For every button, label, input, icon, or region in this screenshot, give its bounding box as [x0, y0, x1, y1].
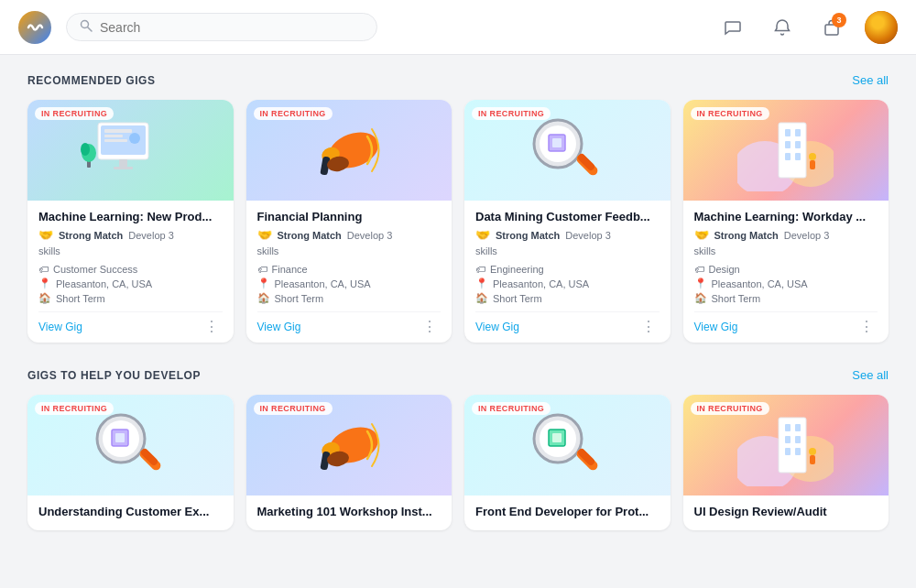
- develop-card-image-1: IN RECRUITING: [27, 395, 234, 495]
- develop-see-all[interactable]: See all: [852, 368, 889, 382]
- match-develop-4: Develop 3: [784, 230, 830, 241]
- svg-rect-28: [795, 129, 801, 136]
- tag-icon-4: 🏷: [694, 264, 704, 275]
- notifications-button[interactable]: [766, 11, 799, 44]
- skills-text-3: skills: [475, 245, 660, 256]
- card-title-4: Machine Learning: Workday ...: [694, 210, 878, 223]
- develop-card-body-4: UI Design Review/Audit: [683, 495, 889, 530]
- card-tags-4: 🏷 Design 📍 Pleasanton, CA, USA 🏠 Short T…: [694, 264, 878, 304]
- develop-card-title-2: Marketing 101 Workshop Inst...: [257, 505, 442, 518]
- develop-cards-grid: IN RECRUITING Understanding Customer Ex.…: [27, 395, 889, 530]
- card-body-4: Machine Learning: Workday ... 🤝 Strong M…: [683, 201, 889, 343]
- tag-category-4: 🏷 Design: [694, 264, 878, 275]
- card-footer-2: View Gig ⋮: [257, 311, 442, 335]
- match-develop-3: Develop 3: [565, 230, 611, 241]
- svg-rect-59: [795, 448, 801, 455]
- search-bar[interactable]: [66, 13, 377, 41]
- develop-card-title-1: Understanding Customer Ex...: [38, 505, 223, 518]
- develop-card-2: IN RECRUITING Marketing 101 Workshop Ins…: [246, 395, 453, 530]
- develop-card-body-3: Front End Developer for Prot...: [464, 495, 671, 530]
- card-footer-4: View Gig ⋮: [694, 311, 878, 335]
- skills-text-2: skills: [257, 245, 442, 256]
- bag-button[interactable]: 3: [815, 11, 848, 44]
- recruiting-badge-2: IN RECRUITING: [254, 107, 333, 120]
- nav-icons: 3: [716, 11, 898, 44]
- recruiting-badge-4: IN RECRUITING: [691, 107, 769, 120]
- svg-rect-32: [795, 153, 801, 160]
- tag-category-1: 🏷 Customer Success: [38, 264, 223, 275]
- svg-rect-48: [552, 433, 562, 442]
- recommended-section-header: RECOMMENDED GIGS See all: [27, 73, 889, 87]
- card-image-2: IN RECRUITING: [246, 100, 453, 201]
- svg-rect-6: [104, 135, 123, 137]
- duration-icon-4: 🏠: [694, 292, 707, 304]
- card-tags-3: 🏷 Engineering 📍 Pleasanton, CA, USA 🏠 Sh…: [475, 264, 660, 304]
- tag-category-2: 🏷 Finance: [257, 264, 442, 275]
- card-footer-1: View Gig ⋮: [38, 311, 223, 335]
- svg-rect-30: [795, 141, 801, 148]
- view-gig-4[interactable]: View Gig: [694, 321, 738, 333]
- card-match-1: 🤝 Strong Match Develop 3: [38, 228, 223, 242]
- match-label-4: Strong Match: [714, 230, 779, 241]
- skills-text-4: skills: [694, 245, 878, 256]
- duration-icon-3: 🏠: [475, 292, 488, 304]
- match-icon-3: 🤝: [475, 228, 490, 242]
- view-gig-1[interactable]: View Gig: [38, 321, 82, 333]
- svg-rect-58: [785, 448, 791, 455]
- develop-badge-2: IN RECRUITING: [254, 402, 333, 415]
- match-icon-2: 🤝: [257, 228, 272, 242]
- more-btn-3[interactable]: ⋮: [638, 318, 660, 335]
- svg-rect-34: [810, 160, 815, 169]
- messages-button[interactable]: [716, 11, 749, 44]
- bag-badge: 3: [832, 13, 846, 27]
- main-content: RECOMMENDED GIGS See all IN RECRUITING: [0, 55, 916, 588]
- search-input[interactable]: [100, 20, 364, 35]
- develop-card-image-2: IN RECRUITING: [246, 395, 453, 495]
- recommended-card-2: IN RECRUITING: [246, 100, 453, 343]
- svg-rect-57: [795, 436, 801, 443]
- svg-rect-10: [114, 167, 133, 169]
- more-btn-1[interactable]: ⋮: [201, 318, 223, 335]
- develop-card-title-3: Front End Developer for Prot...: [475, 505, 660, 518]
- more-btn-4[interactable]: ⋮: [856, 318, 878, 335]
- card-title-2: Financial Planning: [257, 210, 442, 223]
- card-body-2: Financial Planning 🤝 Strong Match Develo…: [246, 201, 453, 343]
- develop-card-title-4: UI Design Review/Audit: [694, 505, 878, 518]
- svg-rect-56: [785, 436, 791, 443]
- svg-point-13: [81, 143, 90, 156]
- tag-duration-1: 🏠 Short Term: [38, 292, 223, 304]
- develop-card-image-4: IN RECRUITING: [683, 395, 889, 495]
- view-gig-2[interactable]: View Gig: [257, 321, 301, 333]
- tag-duration-3: 🏠 Short Term: [475, 292, 660, 304]
- develop-card-4: IN RECRUITING: [683, 395, 889, 530]
- duration-icon-2: 🏠: [257, 292, 270, 304]
- match-icon-4: 🤝: [694, 228, 709, 242]
- location-icon-2: 📍: [257, 278, 270, 289]
- skills-text-1: skills: [38, 245, 223, 256]
- svg-rect-7: [104, 139, 127, 142]
- more-btn-2[interactable]: ⋮: [419, 318, 441, 335]
- match-label-1: Strong Match: [59, 230, 123, 241]
- card-body-1: Machine Learning: New Prod... 🤝 Strong M…: [27, 201, 234, 343]
- recommended-title: RECOMMENDED GIGS: [27, 74, 156, 87]
- card-footer-3: View Gig ⋮: [475, 311, 660, 335]
- match-icon-1: 🤝: [38, 228, 53, 242]
- svg-rect-54: [785, 424, 791, 431]
- svg-rect-5: [104, 129, 132, 133]
- tag-icon-1: 🏷: [38, 264, 49, 275]
- recommended-see-all[interactable]: See all: [852, 73, 889, 87]
- tag-location-1: 📍 Pleasanton, CA, USA: [38, 278, 223, 289]
- logo[interactable]: [18, 11, 51, 44]
- view-gig-3[interactable]: View Gig: [475, 321, 519, 333]
- recommended-cards-grid: IN RECRUITING: [27, 100, 889, 343]
- svg-rect-31: [785, 153, 791, 160]
- develop-section-header: GIGS TO HELP YOU DEVELOP See all: [27, 368, 889, 382]
- develop-card-1: IN RECRUITING Understanding Customer Ex.…: [27, 395, 234, 530]
- search-icon: [80, 19, 93, 35]
- svg-rect-9: [119, 159, 127, 167]
- avatar[interactable]: [865, 11, 898, 44]
- develop-card-body-1: Understanding Customer Ex...: [27, 495, 234, 530]
- card-match-2: 🤝 Strong Match Develop 3: [257, 228, 442, 242]
- svg-point-33: [809, 153, 816, 160]
- develop-title: GIGS TO HELP YOU DEVELOP: [27, 369, 201, 382]
